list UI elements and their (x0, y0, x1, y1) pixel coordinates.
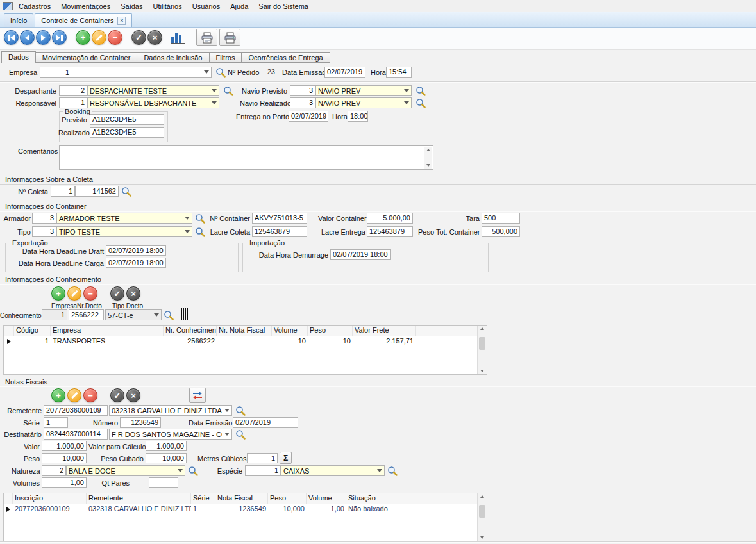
responsavel-combo[interactable]: RESPONSÁVEL DESPACHANTE (87, 97, 219, 108)
peso-tot-field[interactable]: 500,000 (482, 226, 520, 237)
confirm-button[interactable]: ✓ (131, 30, 146, 45)
print-preview-button[interactable] (196, 29, 217, 46)
comentarios-textarea[interactable] (59, 145, 433, 170)
search-icon[interactable] (195, 213, 205, 224)
scroll-up-icon[interactable] (426, 149, 430, 151)
nav-first-button[interactable] (4, 30, 19, 45)
nav-last-button[interactable] (52, 30, 67, 45)
notas-add-button[interactable]: + (51, 388, 65, 402)
n-coleta-num-field[interactable]: 141562 (75, 186, 119, 197)
col-nr-conhecimento[interactable]: Nr. Conhecimento (164, 326, 217, 336)
nav-prev-button[interactable] (20, 30, 35, 45)
search-icon[interactable] (416, 86, 426, 96)
menu-cadastros[interactable]: Cadastros (14, 1, 55, 12)
remetente-combo[interactable]: 032318 CARVALHO E DINIZ LTDA ME (109, 405, 232, 416)
natureza-combo[interactable]: BALA E DOCE (66, 465, 185, 476)
tipo-combo[interactable]: TIPO TESTE (56, 226, 192, 237)
natureza-code-field[interactable]: 2 (42, 465, 66, 476)
responsavel-code-field[interactable]: 1 (59, 97, 87, 108)
edit-button[interactable] (92, 30, 106, 45)
col-serie[interactable]: Série (191, 493, 215, 504)
col-nr-nota-fiscal[interactable]: Nr. Nota Fiscal (217, 326, 272, 336)
demurrage-field[interactable]: 02/07/2019 18:00 (330, 249, 391, 260)
armador-code-field[interactable]: 3 (32, 213, 56, 224)
booking-previsto-field[interactable]: A1B2C3D4E5 (90, 114, 164, 125)
col-nota-fiscal[interactable]: Nota Fiscal (215, 493, 268, 504)
conhecimento-edit-button[interactable] (67, 286, 81, 301)
tab-movimentacao-container[interactable]: Movimentação do Container (36, 52, 138, 63)
table-row[interactable]: 1 TRANSPORTES 2566222 10 10 2.157,71 (4, 336, 487, 347)
search-icon[interactable] (235, 429, 246, 440)
search-icon[interactable] (223, 86, 233, 96)
tara-field[interactable]: 500 (482, 213, 520, 224)
transfer-button[interactable] (189, 388, 206, 403)
menu-usuarios[interactable]: Usuários (188, 1, 224, 12)
especie-combo[interactable]: CAIXAS (281, 465, 385, 476)
navio-realizado-code-field[interactable]: 3 (290, 97, 315, 108)
memo-scrollbar[interactable] (424, 147, 432, 169)
entrega-porto-data-field[interactable]: 02/07/2019 (289, 111, 328, 122)
conhecimento-cancel-button[interactable]: × (126, 286, 140, 301)
nf-emissao-field[interactable]: 02/07/2019 (233, 417, 298, 428)
tab-inicio[interactable]: Início (4, 13, 33, 27)
armador-combo[interactable]: ARMADOR TESTE (56, 213, 192, 224)
col-empresa[interactable]: Empresa (51, 326, 164, 336)
menu-sair[interactable]: Sair do Sistema (254, 1, 313, 12)
delete-button[interactable]: − (108, 30, 122, 45)
col-peso[interactable]: Peso (268, 493, 307, 504)
search-icon[interactable] (164, 310, 174, 320)
deadline-carga-field[interactable]: 02/07/2019 18:00 (106, 258, 166, 268)
search-icon[interactable] (215, 67, 226, 78)
n-container-field[interactable]: AKVY751013-5 (252, 213, 307, 224)
especie-code-field[interactable]: 1 (245, 465, 281, 476)
search-icon[interactable] (235, 406, 246, 416)
despachante-code-field[interactable]: 2 (59, 85, 87, 96)
empresa-combo[interactable]: 1 (40, 67, 212, 78)
tab-filtros[interactable]: Filtros (210, 52, 242, 63)
valor-container-field[interactable]: 5.000,00 (367, 213, 413, 224)
peso-cubado-field[interactable]: 10,000 (146, 453, 187, 463)
col-peso[interactable]: Peso (308, 326, 353, 336)
remetente-cnpj-field[interactable]: 20772036000109 (44, 405, 108, 416)
n-coleta-code-field[interactable]: 1 (51, 186, 75, 197)
print-button[interactable] (219, 29, 240, 46)
metros-cubicos-field[interactable]: 1 (247, 453, 278, 463)
tab-dados-inclusao[interactable]: Dados de Inclusão (137, 52, 209, 63)
search-icon[interactable] (121, 186, 131, 197)
tab-dados[interactable]: Dados (1, 51, 36, 63)
menu-ajuda[interactable]: Ajuda (226, 1, 253, 12)
valor-calculo-field[interactable]: 1.000,00 (146, 441, 187, 451)
col-codigo[interactable]: Código (14, 326, 51, 336)
notas-delete-button[interactable]: − (83, 388, 97, 402)
barcode-icon[interactable] (176, 308, 189, 320)
despachante-combo[interactable]: DESPACHANTE TESTE (87, 85, 219, 96)
volumes-field[interactable]: 1,00 (42, 477, 87, 488)
notas-confirm-button[interactable]: ✓ (110, 388, 124, 402)
scroll-up-icon[interactable] (480, 327, 484, 330)
col-valor-frete[interactable]: Valor Frete (353, 326, 416, 336)
notas-grid-scrollbar[interactable] (477, 493, 487, 541)
destinatario-combo[interactable]: F R DOS SANTOS MAGAZINE - COSMOPC (109, 429, 232, 440)
peso-field[interactable]: 10,000 (42, 453, 87, 463)
notas-edit-button[interactable] (67, 388, 81, 402)
scroll-up-icon[interactable] (480, 495, 484, 498)
sigma-button[interactable]: Σ (280, 452, 292, 464)
menu-utilitarios[interactable]: Utilitários (148, 1, 186, 12)
scroll-thumb[interactable] (479, 337, 485, 350)
scroll-down-icon[interactable] (426, 164, 430, 167)
tab-controle-containers[interactable]: Controle de Containers × (35, 13, 132, 27)
conh-tipodocto-combo[interactable]: 57-CT-e (105, 309, 162, 320)
close-icon[interactable]: × (117, 17, 126, 25)
notas-cancel-button[interactable]: × (126, 388, 140, 402)
menu-movimentacoes[interactable]: Movimentações (56, 1, 115, 12)
lacre-entrega-field[interactable]: 125463879 (367, 226, 413, 237)
data-emissao-field[interactable]: 02/07/2019 (324, 67, 365, 78)
conhecimento-add-button[interactable]: + (51, 286, 65, 301)
tab-ocorrencias-entrega[interactable]: Ocorrências de Entrega (242, 52, 330, 63)
navio-realizado-combo[interactable]: NAVIO PREV (315, 97, 412, 108)
conh-nrdocto-field[interactable]: 2566222 (69, 309, 104, 320)
search-icon[interactable] (188, 466, 198, 476)
conhecimento-delete-button[interactable]: − (83, 286, 97, 301)
lacre-coleta-field[interactable]: 125463879 (252, 226, 307, 237)
valor-field[interactable]: 1.000,00 (42, 441, 87, 451)
